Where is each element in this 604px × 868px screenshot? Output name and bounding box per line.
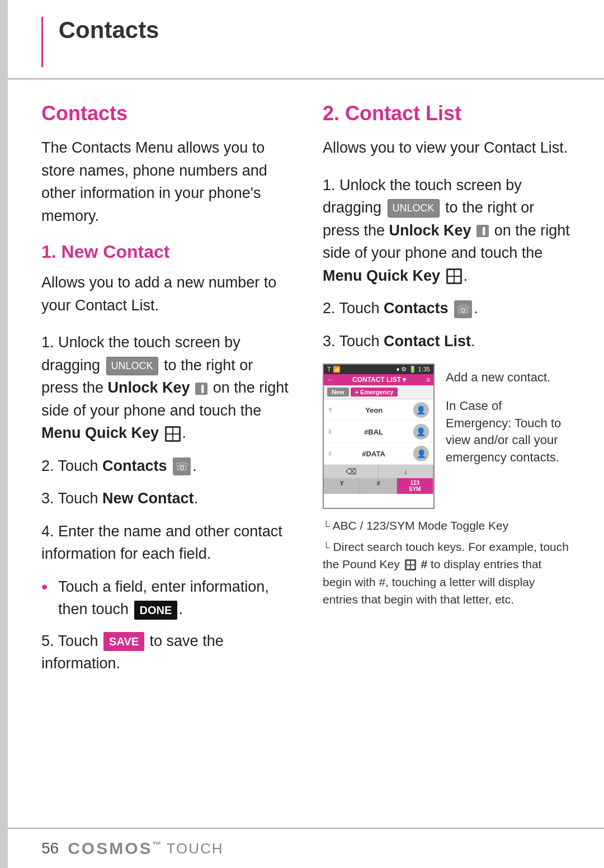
left-section-title: Contacts: [41, 102, 289, 125]
page-header: Contacts: [8, 0, 604, 79]
contact-avatar-yeon: 👤: [413, 402, 429, 418]
pound-symbol: #: [421, 558, 427, 570]
step-4: 4. Enter the name and other contact info…: [41, 520, 289, 565]
cl-step-1-text: 1. Unlock the touch screen by dragging U…: [323, 177, 570, 284]
cl-step-2-text: 2. Touch Contacts .: [323, 300, 478, 317]
callout-emergency-text: In Case of Emergency: Touch to view and/…: [446, 399, 561, 464]
cl-menu-quick-key-icon: [446, 268, 462, 284]
contact-list-steps: 1. Unlock the touch screen by dragging U…: [323, 174, 570, 353]
footer-brand-touch: TOUCH: [167, 840, 224, 857]
new-contact-steps: 1. Unlock the touch screen by dragging U…: [41, 331, 289, 565]
step-3-text: 3. Touch New Contact.: [41, 490, 198, 507]
left-section-intro: The Contacts Menu allows you to store na…: [41, 136, 289, 227]
contact-name-yeon: Yeon: [365, 406, 383, 414]
done-badge: DONE: [134, 601, 178, 620]
phone-key-backspace: ⌫: [324, 465, 379, 478]
footnote-abc: └ ABC / 123/SYM Mode Toggle Key: [323, 517, 570, 535]
header-accent: [41, 17, 43, 67]
footnote-arrow2: └: [323, 542, 330, 553]
cl-step-2: 2. Touch Contacts .: [323, 297, 570, 320]
footer-brand: COSMOS™ TOUCH: [68, 839, 223, 858]
contact-name-data: #DATA: [362, 450, 385, 458]
phone-keyboard-alpha: Y # 123SYM: [324, 478, 433, 494]
phone-mockup: T 📶 ♦ ⚙ 🔋 1:35 ← CONTACT LIST▼ ≡ New + E…: [323, 364, 435, 509]
footer-page-number: 56: [41, 839, 59, 857]
contact-avatar-data: 👤: [413, 446, 429, 461]
cl-contacts-icon: [454, 300, 472, 318]
cl-unlock-key-icon: ▐: [476, 225, 489, 237]
phone-contact-data: # #DATA 👤: [324, 443, 433, 465]
footnotes: └ ABC / 123/SYM Mode Toggle Key └ Direct…: [323, 517, 570, 608]
bullet-done-text: Touch a field, enter information, then t…: [58, 575, 289, 621]
phone-mockup-container: T 📶 ♦ ⚙ 🔋 1:35 ← CONTACT LIST▼ ≡ New + E…: [323, 364, 570, 509]
step-5: 5. Touch SAVE to save the information.: [41, 630, 289, 675]
phone-title-icon: ≡: [426, 376, 430, 384]
right-column: 2. Contact List Allows you to view your …: [323, 102, 570, 685]
footer-brand-cosmos: COSMOS™: [68, 839, 163, 858]
letter-hash2: #: [328, 450, 332, 457]
right-section-title: 2. Contact List: [323, 102, 570, 125]
callout-lines: Add a new contact. In Case of Emergency:…: [446, 364, 570, 478]
footnote-pound: └ Direct search touch keys. For example,…: [323, 538, 570, 608]
phone-key-hash: #: [360, 478, 397, 494]
footnote-pound-text: Direct search touch keys. For example, t…: [323, 540, 569, 606]
phone-btn-emergency[interactable]: + Emergency: [351, 388, 398, 397]
cosmos-text: COSMOS: [68, 839, 152, 857]
new-contact-title: 1. New Contact: [41, 242, 289, 262]
step-1: 1. Unlock the touch screen by dragging U…: [41, 331, 289, 445]
page-footer: 56 COSMOS™ TOUCH: [8, 828, 604, 868]
unlock-key-icon: ▐: [195, 383, 207, 395]
phone-status-bar: T 📶 ♦ ⚙ 🔋 1:35: [324, 365, 433, 374]
bullet-dot: •: [41, 573, 54, 600]
phone-key-down: ↓: [379, 465, 433, 478]
step-3: 3. Touch New Contact.: [41, 487, 289, 510]
left-column: Contacts The Contacts Menu allows you to…: [41, 102, 289, 685]
contacts-icon: [173, 457, 191, 475]
callout-emergency: In Case of Emergency: Touch to view and/…: [446, 398, 570, 466]
phone-key-123sym: 123SYM: [397, 478, 433, 494]
contact-name-bal: #BAL: [364, 428, 383, 436]
menu-quick-key-icon: [165, 426, 181, 442]
cl-unlock-badge: UNLOCK: [388, 199, 440, 218]
status-signal: T 📶: [327, 366, 341, 373]
unlock-badge: UNLOCK: [106, 357, 158, 375]
phone-keyboard-icons: ⌫ ↓: [324, 465, 433, 478]
step-2: 2. Touch Contacts .: [41, 455, 289, 478]
phone-back-arrow: ←: [327, 376, 334, 384]
cl-step-3-text: 3. Touch Contact List.: [323, 333, 475, 350]
pound-key-icon: [405, 559, 416, 570]
bullet-done: • Touch a field, enter information, then…: [41, 575, 289, 621]
page-header-title: Contacts: [59, 17, 159, 43]
page-content: Contacts The Contacts Menu allows you to…: [8, 85, 604, 702]
phone-btn-new[interactable]: New: [327, 388, 349, 397]
status-time: ♦ ⚙ 🔋 1:35: [397, 366, 430, 373]
phone-title-bar: ← CONTACT LIST▼ ≡: [324, 374, 433, 385]
phone-screen-title: CONTACT LIST▼: [352, 376, 408, 384]
save-badge: SAVE: [103, 632, 144, 651]
phone-button-row: New + Emergency: [324, 385, 433, 399]
letter-y: Y: [328, 407, 332, 413]
callout-add-text: Add a new contact.: [446, 370, 550, 384]
right-section-intro: Allows you to view your Contact List.: [323, 136, 570, 159]
phone-key-y: Y: [324, 478, 360, 494]
footnote-abc-text: ABC / 123/SYM Mode Toggle Key: [332, 519, 508, 532]
brand-tm: ™: [153, 840, 163, 850]
callout-add: Add a new contact.: [446, 369, 570, 386]
phone-contact-bal: # #BAL 👤: [324, 421, 433, 443]
phone-screen: T 📶 ♦ ⚙ 🔋 1:35 ← CONTACT LIST▼ ≡ New + E…: [323, 364, 435, 509]
letter-hash1: #: [328, 428, 332, 435]
phone-contact-yeon: Y Yeon 👤: [324, 399, 433, 421]
page-accent-bar: [0, 0, 8, 868]
cl-step-3: 3. Touch Contact List.: [323, 330, 570, 353]
contact-avatar-bal: 👤: [413, 424, 429, 440]
step-2-text: 2. Touch Contacts .: [41, 457, 197, 474]
step-1-text: 1. Unlock the touch screen by dragging U…: [41, 334, 289, 441]
new-contact-intro: Allows you to add a new number to your C…: [41, 271, 289, 317]
cl-step-1: 1. Unlock the touch screen by dragging U…: [323, 174, 570, 287]
footnote-arrow1: └: [323, 521, 330, 532]
step-4-text: 4. Enter the name and other contact info…: [41, 523, 282, 563]
